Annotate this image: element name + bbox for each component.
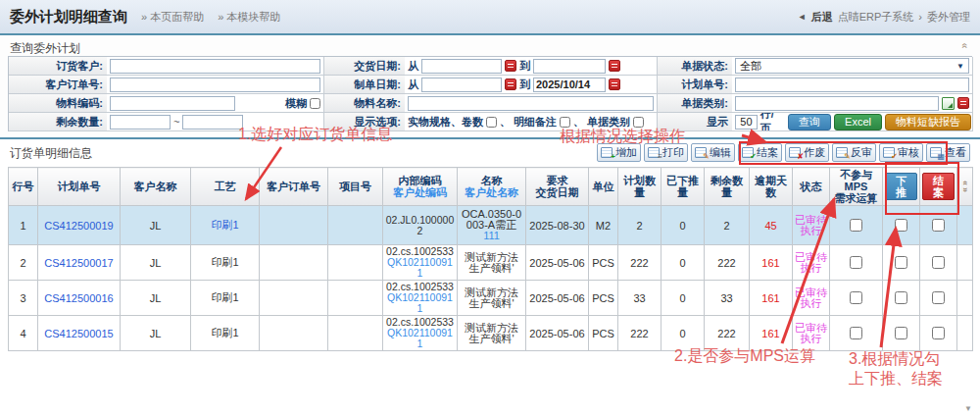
cell-pushed-qty: 0 xyxy=(662,316,705,351)
close-case-checkbox[interactable] xyxy=(932,256,945,269)
make-date-from-input[interactable] xyxy=(421,78,502,92)
void-button[interactable]: ✘作废 xyxy=(785,143,829,162)
cell-filler xyxy=(957,245,973,281)
collapse-panel-icon[interactable]: « xyxy=(960,43,971,49)
page-size-input[interactable] xyxy=(735,115,758,130)
clear-icon[interactable] xyxy=(957,97,969,109)
delivery-date-to-input[interactable] xyxy=(533,59,606,74)
col-header-overdue-days: 逾期天数 xyxy=(750,168,793,206)
page-help-link[interactable]: » 本页面帮助 xyxy=(141,10,204,25)
page-title: 委外计划明细查询 xyxy=(10,8,127,26)
spec-checkbox[interactable] xyxy=(486,117,497,128)
col-header-pushed-qty: 已下推量 xyxy=(662,168,705,206)
cell-overdue-days: 161 xyxy=(750,281,793,316)
table-row[interactable]: 1 CS412500019 JL 印刷1 02.JL0.1000002 OCA.… xyxy=(9,206,973,245)
cell-req-date: 2025-05-06 xyxy=(526,281,589,316)
remaining-qty-min-input[interactable] xyxy=(110,115,171,130)
cell-push xyxy=(883,281,920,316)
cell-filler xyxy=(957,281,973,316)
cell-mps xyxy=(830,245,883,281)
material-code-label: 物料编码: xyxy=(9,94,107,112)
cell-process: 印刷1 xyxy=(191,281,260,316)
push-down-checkbox[interactable] xyxy=(895,291,907,304)
mps-checkbox[interactable] xyxy=(850,291,862,304)
col-header-plan-no: 计划单号 xyxy=(38,168,121,206)
lookup-icon[interactable] xyxy=(942,97,955,110)
push-down-checkbox[interactable] xyxy=(895,327,907,339)
mps-checkbox[interactable] xyxy=(850,256,862,269)
push-down-checkbox[interactable] xyxy=(895,219,907,232)
cell-process: 印刷1 xyxy=(191,316,260,351)
scroll-down-icon[interactable]: ▼ xyxy=(964,404,972,413)
plan-no-input[interactable] xyxy=(735,78,969,92)
close-case-checkbox[interactable] xyxy=(932,219,945,232)
mps-checkbox[interactable] xyxy=(850,327,862,339)
module-help-link[interactable]: » 本模块帮助 xyxy=(218,10,280,25)
customer-order-input[interactable] xyxy=(110,78,320,92)
plan-no-link[interactable]: CS412500015 xyxy=(38,316,121,351)
close-case-checkbox[interactable] xyxy=(932,327,945,339)
calendar-clear-icon[interactable] xyxy=(609,60,620,72)
material-name-input[interactable] xyxy=(408,96,654,111)
doc-status-select[interactable]: 全部 ▼ xyxy=(735,58,969,74)
field-material-name: 物料名称: xyxy=(324,94,658,113)
cell-customer-order xyxy=(260,206,328,245)
plan-no-link[interactable]: CS412500017 xyxy=(38,245,121,281)
query-button[interactable]: 查询 xyxy=(788,114,831,130)
cell-close xyxy=(920,281,957,316)
cell-status: 已审待执行 xyxy=(793,281,830,316)
cell-status: 已审待执行 xyxy=(793,245,830,281)
print-button[interactable]: ≡打印 xyxy=(644,143,688,162)
detail-panel-title: 订货单明细信息 xyxy=(10,145,92,162)
field-display-options: 显示选项: 实物规格、卷数 、 明细备注 、 单据类别 xyxy=(324,113,658,131)
topbar: 委外计划明细查询 » 本页面帮助 » 本模块帮助 ◄ 后退 点睛ERP子系统 ›… xyxy=(0,0,980,35)
delivery-date-from-input[interactable] xyxy=(421,59,502,74)
from-label: 从 xyxy=(408,59,418,74)
breadcrumb-separator: › xyxy=(918,11,922,23)
column-collapse-control[interactable]: «» xyxy=(957,168,973,206)
fuzzy-checkbox[interactable] xyxy=(310,98,320,109)
close-case-header-button[interactable]: 结案 xyxy=(922,173,955,200)
approve-button[interactable]: ✔审核 xyxy=(879,143,923,162)
close-case-checkbox[interactable] xyxy=(932,291,945,304)
field-customer-order: 客户订单号: xyxy=(9,76,324,94)
breadcrumb-module[interactable]: 委外管理 xyxy=(927,10,970,25)
make-date-to-input[interactable] xyxy=(533,78,606,92)
cell-filler xyxy=(957,316,973,351)
reject-approval-button[interactable]: ✎反审 xyxy=(832,143,876,162)
cell-name: 测试新方法生产领料' xyxy=(458,316,526,351)
option-detail-note-label: 明细备注 xyxy=(514,115,557,130)
table-row[interactable]: 3 CS412500016 JL 印刷1 02.cs.1002533QK1021… xyxy=(9,281,973,316)
calendar-clear-icon[interactable] xyxy=(609,78,620,90)
mps-checkbox[interactable] xyxy=(850,219,862,232)
close-case-button[interactable]: ✔结案 xyxy=(738,143,782,162)
doc-category-label: 单据类别: xyxy=(658,94,732,112)
detail-note-checkbox[interactable] xyxy=(560,117,570,128)
cell-close xyxy=(920,206,957,245)
push-down-checkbox[interactable] xyxy=(895,256,907,269)
plan-no-link[interactable]: CS412500016 xyxy=(38,281,121,316)
cell-name: 测试新方法生产领料' xyxy=(458,245,526,281)
calendar-clear-icon[interactable] xyxy=(505,60,516,72)
material-code-input[interactable] xyxy=(110,96,235,111)
order-customer-input[interactable] xyxy=(110,59,320,74)
back-button[interactable]: 后退 xyxy=(811,10,833,25)
view-button[interactable]: ▦查看 xyxy=(926,143,970,162)
cell-line-no: 2 xyxy=(9,245,38,281)
doc-category-checkbox[interactable] xyxy=(633,117,644,128)
option-separator: 、 xyxy=(500,115,511,130)
excel-button[interactable]: Excel xyxy=(834,114,882,130)
doc-category-input[interactable] xyxy=(735,96,939,111)
edit-button[interactable]: ✎编辑 xyxy=(691,143,735,162)
material-shortage-report-button[interactable]: 物料短缺报告 xyxy=(885,114,971,130)
calendar-clear-icon[interactable] xyxy=(505,78,516,90)
cell-code: 02.cs.1002533QK1021100911 xyxy=(383,245,458,281)
table-row[interactable]: 2 CS412500017 JL 印刷1 02.cs.1002533QK1021… xyxy=(9,245,973,281)
push-down-header-button[interactable]: 下推 xyxy=(885,173,917,200)
close-case-icon: ✔ xyxy=(742,147,754,158)
remaining-qty-max-input[interactable] xyxy=(182,115,243,130)
add-button[interactable]: +增加 xyxy=(597,143,641,162)
plan-no-link[interactable]: CS412500019 xyxy=(38,206,121,245)
table-row[interactable]: 4 CS412500015 JL 印刷1 02.cs.1002533QK1021… xyxy=(9,316,973,351)
breadcrumb-system[interactable]: 点睛ERP子系统 xyxy=(838,10,914,25)
